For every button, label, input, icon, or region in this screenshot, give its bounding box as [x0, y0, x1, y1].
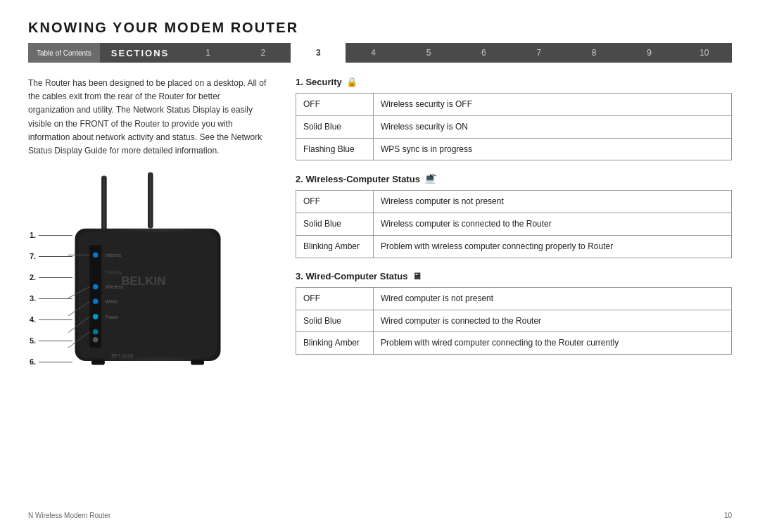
- table-row: Flashing Blue WPS sync is in progress: [296, 138, 732, 160]
- wireless-computer-table: OFF Wireless computer is not present Sol…: [296, 190, 732, 258]
- wired-row2-col2: Wired computer is connected to the Route…: [374, 310, 732, 332]
- nav-bar: Table of Contents SECTIONS 1 2 3 4 5 6 7…: [28, 43, 732, 63]
- security-row1-col1: OFF: [296, 94, 374, 116]
- wired-row1-col1: OFF: [296, 287, 374, 310]
- table-row: Solid Blue Wireless computer is connecte…: [296, 213, 732, 236]
- svg-point-11: [93, 329, 99, 335]
- nav-num-9[interactable]: 9: [621, 43, 676, 63]
- laptop-wifi-icon: 💻⃔: [424, 173, 436, 184]
- svg-text:Internet: Internet: [106, 253, 121, 258]
- svg-rect-0: [101, 176, 107, 236]
- router-label-2: 2.: [30, 273, 72, 281]
- table-row: Blinking Amber Problem with wireless com…: [296, 235, 732, 258]
- monitor-icon: 🖥: [412, 271, 422, 281]
- wired-computer-heading: 3. Wired-Computer Status 🖥: [296, 271, 732, 281]
- footer-page-number: 10: [724, 512, 732, 519]
- nav-num-2[interactable]: 2: [236, 43, 291, 63]
- table-row: Solid Blue Wired computer is connected t…: [296, 310, 732, 332]
- page-title: KNOWING YOUR MODEM ROUTER: [28, 0, 732, 43]
- security-row1-col2: Wireless security is OFF: [374, 94, 732, 116]
- security-row2-col1: Solid Blue: [296, 115, 374, 138]
- security-row3-col2: WPS sync is in progress: [374, 138, 732, 160]
- svg-text:Wireless: Wireless: [106, 284, 124, 289]
- wireless-computer-heading: 2. Wireless-Computer Status 💻⃔: [296, 173, 732, 184]
- table-row: OFF Wireless computer is not present: [296, 191, 732, 213]
- main-content: The Router has been designed to be place…: [28, 77, 732, 394]
- svg-text:BF1-N1N: BF1-N1N: [111, 353, 133, 359]
- router-label-7: 7.: [30, 252, 72, 260]
- footer-left-text: N Wireless Modem Router: [28, 512, 110, 519]
- svg-text:Power: Power: [106, 315, 119, 319]
- wireless-row1-col1: OFF: [296, 191, 374, 213]
- router-label-3: 3.: [30, 294, 72, 303]
- router-label-6: 6.: [30, 357, 72, 366]
- svg-point-12: [93, 337, 99, 343]
- left-column: The Router has been designed to be place…: [28, 77, 267, 394]
- nav-sections: SECTIONS: [100, 43, 180, 63]
- svg-point-6: [93, 253, 99, 258]
- nav-num-1[interactable]: 1: [180, 43, 235, 63]
- security-row3-col1: Flashing Blue: [296, 138, 374, 160]
- right-column: 1. Security 🔒 OFF Wireless security is O…: [296, 77, 732, 394]
- wired-row1-col2: Wired computer is not present: [374, 287, 732, 310]
- page-footer: N Wireless Modem Router 10: [28, 512, 732, 519]
- svg-rect-20: [191, 360, 204, 365]
- svg-text:BELKIN: BELKIN: [121, 274, 165, 288]
- nav-numbers: 1 2 3 4 5 6 7 8 9 10: [180, 43, 732, 63]
- security-table: OFF Wireless security is OFF Solid Blue …: [296, 93, 732, 160]
- router-image-container: BELKIN Internet Security Wireless Wi: [28, 169, 267, 394]
- nav-num-6[interactable]: 6: [456, 43, 511, 63]
- svg-point-10: [93, 314, 99, 319]
- page: KNOWING YOUR MODEM ROUTER Table of Conte…: [0, 0, 760, 532]
- nav-num-8[interactable]: 8: [566, 43, 621, 63]
- security-heading: 1. Security 🔒: [296, 77, 732, 87]
- wired-computer-table: OFF Wired computer is not present Solid …: [296, 287, 732, 355]
- table-row: OFF Wired computer is not present: [296, 287, 732, 310]
- wireless-row2-col1: Solid Blue: [296, 213, 374, 236]
- wired-row3-col1: Blinking Amber: [296, 332, 374, 355]
- table-row: OFF Wireless security is OFF: [296, 94, 732, 116]
- svg-point-8: [93, 284, 99, 290]
- router-image: BELKIN Internet Security Wireless Wi: [49, 169, 246, 394]
- wired-row2-col1: Solid Blue: [296, 310, 374, 332]
- wireless-row3-col1: Blinking Amber: [296, 235, 374, 258]
- table-row: Blinking Amber Problem with wired comput…: [296, 332, 732, 355]
- router-label-4: 4.: [30, 315, 72, 324]
- lock-icon: 🔒: [346, 77, 357, 87]
- nav-toc: Table of Contents: [28, 43, 100, 63]
- router-label-1: 1.: [30, 231, 72, 239]
- svg-text:Security: Security: [106, 270, 122, 275]
- nav-num-7[interactable]: 7: [512, 43, 566, 63]
- nav-num-10[interactable]: 10: [677, 43, 732, 63]
- svg-rect-19: [91, 360, 105, 365]
- intro-text: The Router has been designed to be place…: [28, 77, 267, 158]
- security-row2-col2: Wireless security is ON: [374, 115, 732, 138]
- svg-point-9: [93, 299, 99, 305]
- nav-num-5[interactable]: 5: [401, 43, 456, 63]
- svg-rect-1: [148, 172, 153, 229]
- wireless-row1-col2: Wireless computer is not present: [374, 191, 732, 213]
- wired-row3-col2: Problem with wired computer connecting t…: [374, 332, 732, 355]
- router-label-5: 5.: [30, 336, 72, 345]
- nav-num-3-active[interactable]: 3: [291, 43, 346, 63]
- svg-text:Wired: Wired: [106, 299, 118, 304]
- table-row: Solid Blue Wireless security is ON: [296, 115, 732, 138]
- wireless-row2-col2: Wireless computer is connected to the Ro…: [374, 213, 732, 236]
- svg-point-7: [93, 269, 99, 274]
- nav-num-4[interactable]: 4: [346, 43, 400, 63]
- wireless-row3-col2: Problem with wireless computer connectin…: [374, 235, 732, 258]
